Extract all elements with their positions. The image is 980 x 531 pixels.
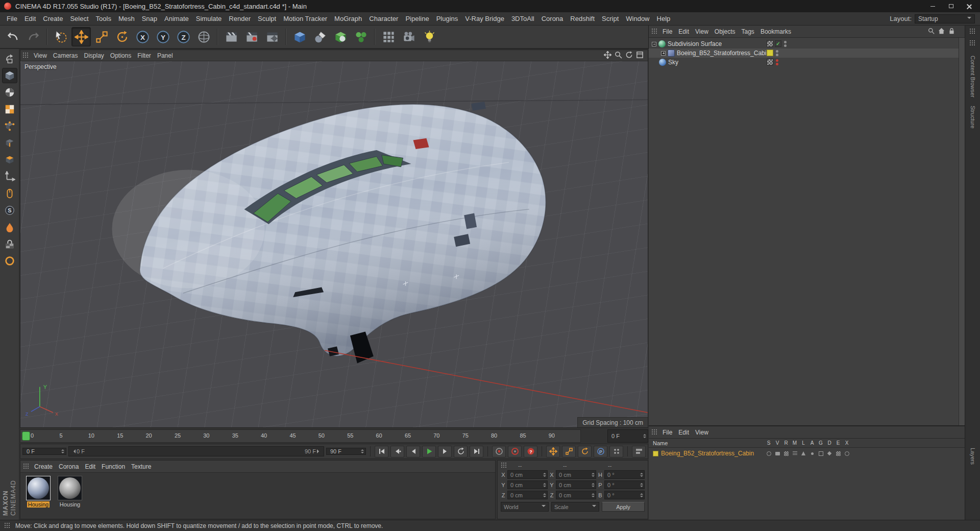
tree-row-sky[interactable]: Sky xyxy=(649,58,959,67)
viewport-menu-item[interactable]: Options xyxy=(107,51,134,60)
menubar-item[interactable]: Help xyxy=(653,13,674,24)
visibility-dots[interactable] xyxy=(784,41,787,47)
layout-select[interactable]: Startup xyxy=(915,14,975,23)
object-manager-menu-item[interactable]: View xyxy=(692,27,712,36)
render-view-icon[interactable] xyxy=(222,27,241,46)
texture-mode-icon[interactable] xyxy=(2,85,17,100)
position-input[interactable]: 0 cm xyxy=(507,480,548,489)
texture-tag-icon[interactable] xyxy=(767,50,773,56)
points-mode-icon[interactable] xyxy=(2,118,17,134)
add-cube-icon[interactable] xyxy=(290,27,309,46)
snap-icon[interactable]: S xyxy=(2,203,17,218)
collapse-icon[interactable] xyxy=(652,42,656,46)
menubar-item[interactable]: Create xyxy=(39,13,66,24)
polygons-mode-icon[interactable] xyxy=(2,152,17,167)
spinner-arrows-icon[interactable] xyxy=(592,492,595,499)
position-input[interactable]: 0 cm xyxy=(507,491,548,499)
material-name[interactable]: Housing xyxy=(27,501,50,508)
menubar-item[interactable]: Mesh xyxy=(115,13,138,24)
panel-grip-icon[interactable] xyxy=(969,28,976,35)
spinner-arrows-icon[interactable] xyxy=(543,492,546,499)
menubar-item[interactable]: Pipeline xyxy=(402,13,432,24)
key-parameter-toggle[interactable]: P xyxy=(594,446,607,457)
display-tag-icon[interactable] xyxy=(767,40,773,47)
enable-axis-icon[interactable] xyxy=(2,169,17,184)
layer-toggle-view[interactable] xyxy=(774,450,781,457)
object-manager-menu-item[interactable]: Bookmarks xyxy=(757,27,794,36)
visibility-dots[interactable] xyxy=(776,59,778,65)
menubar-item[interactable]: Motion Tracker xyxy=(280,13,331,24)
current-frame-marker[interactable] xyxy=(22,431,30,441)
make-editable-icon[interactable] xyxy=(2,51,17,66)
sculpt-pen-icon[interactable] xyxy=(310,27,330,46)
menubar-item[interactable]: Corona xyxy=(538,13,567,24)
material-item[interactable]: Housing xyxy=(24,476,52,508)
menubar-item[interactable]: Character xyxy=(365,13,402,24)
autokey-button[interactable] xyxy=(508,446,522,457)
panel-grip-icon[interactable] xyxy=(23,463,29,470)
material-menu-item[interactable]: Edit xyxy=(82,462,99,471)
spinner-arrows-icon[interactable] xyxy=(640,492,643,499)
visibility-dots[interactable] xyxy=(776,50,778,56)
layer-toggle-lock[interactable] xyxy=(800,450,807,457)
layer-manager-menu-item[interactable]: File xyxy=(659,428,675,437)
coordinate-system-select[interactable]: World xyxy=(501,502,549,512)
spinner-arrows-icon[interactable] xyxy=(543,481,546,489)
spinner-arrows-icon[interactable] xyxy=(640,481,643,489)
key-scale-toggle[interactable] xyxy=(562,446,576,457)
display-tag-icon[interactable] xyxy=(767,59,773,65)
layer-toggle-animation[interactable] xyxy=(808,450,816,457)
undo-icon[interactable] xyxy=(3,27,22,46)
rotation-input[interactable]: 0 ° xyxy=(604,480,645,489)
viewport-3d-canvas[interactable]: Perspective xyxy=(20,61,648,427)
transform-mode-select[interactable]: Scale xyxy=(551,502,599,512)
key-pla-toggle[interactable] xyxy=(609,446,623,457)
panel-grip-icon[interactable] xyxy=(651,429,657,436)
tree-row-subdivision-surface[interactable]: Subdivision Surface ✓ xyxy=(649,39,959,49)
size-input[interactable]: 0 cm xyxy=(556,491,596,499)
side-panel-tab-layers[interactable]: Layers xyxy=(970,444,976,469)
spinner-arrows-icon[interactable] xyxy=(543,471,546,478)
object-manager-scrollbar[interactable] xyxy=(959,38,965,425)
object-manager-menu-item[interactable]: Edit xyxy=(675,27,692,36)
zoom-view-icon[interactable] xyxy=(615,51,622,60)
viewport-menu-item[interactable]: Cameras xyxy=(50,51,81,60)
menubar-item[interactable]: MoGraph xyxy=(331,13,365,24)
pan-view-icon[interactable] xyxy=(604,51,611,60)
quantize-icon[interactable] xyxy=(2,253,17,269)
layer-toggle-xray[interactable] xyxy=(843,450,850,457)
search-icon[interactable] xyxy=(928,28,935,36)
range-start-handle-icon[interactable] xyxy=(71,449,76,453)
object-manager-menu-item[interactable]: File xyxy=(659,27,675,36)
layer-toggle-render[interactable] xyxy=(782,450,790,457)
timeline-layout-icon[interactable] xyxy=(632,446,646,457)
viewport-menu-item[interactable]: Panel xyxy=(154,51,176,60)
spinner-arrows-icon[interactable] xyxy=(61,449,64,453)
material-preview[interactable] xyxy=(58,476,82,500)
lock-y-axis-icon[interactable]: Y xyxy=(153,27,173,46)
material-menu-item[interactable]: Corona xyxy=(56,462,82,471)
menubar-item[interactable]: Tools xyxy=(92,13,115,24)
menubar-item[interactable]: V-Ray Bridge xyxy=(461,13,508,24)
next-frame-button[interactable] xyxy=(438,446,452,457)
home-icon[interactable] xyxy=(938,28,945,36)
rotate-view-icon[interactable] xyxy=(625,51,633,60)
object-manager-menu-item[interactable]: Tags xyxy=(739,27,757,36)
layer-color-swatch[interactable] xyxy=(653,451,658,456)
object-manager-menu-item[interactable]: Objects xyxy=(712,27,739,36)
menubar-item[interactable]: File xyxy=(3,13,21,24)
material-menu-item[interactable]: Texture xyxy=(128,462,154,471)
light-icon[interactable] xyxy=(420,27,439,46)
key-position-toggle[interactable] xyxy=(546,446,560,457)
maximize-button[interactable] xyxy=(944,2,958,10)
render-to-picture-viewer-icon[interactable] xyxy=(242,27,261,46)
rotate-tool-icon[interactable] xyxy=(112,27,132,46)
goto-start-button[interactable] xyxy=(375,446,388,457)
model-mode-icon[interactable] xyxy=(2,68,17,83)
menubar-item[interactable]: Redshift xyxy=(567,13,598,24)
uv-mode-icon[interactable] xyxy=(2,102,17,117)
enabled-check-icon[interactable]: ✓ xyxy=(775,40,781,47)
keying-help-button[interactable]: ? xyxy=(524,446,537,457)
spinner-arrows-icon[interactable] xyxy=(592,481,595,489)
paint-icon[interactable] xyxy=(2,220,17,235)
